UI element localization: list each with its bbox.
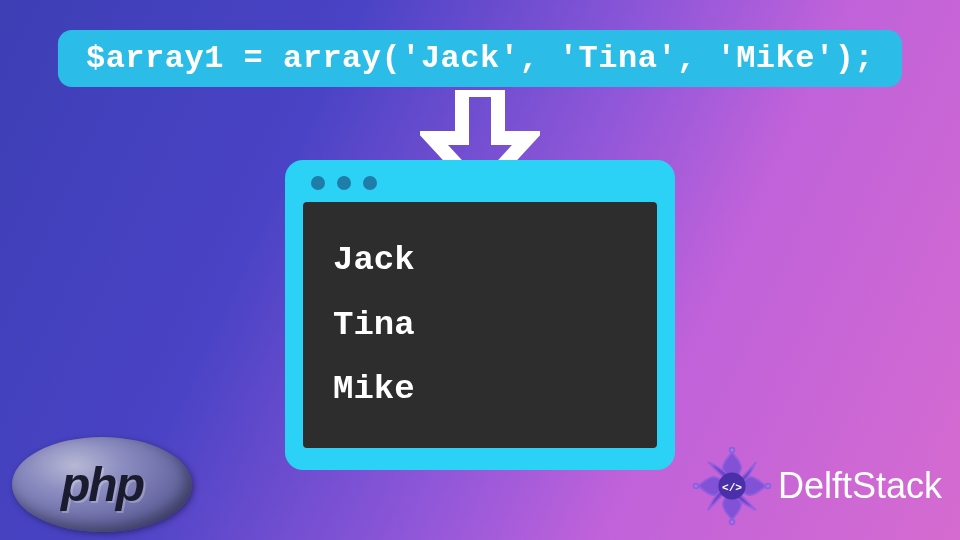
console-window: Jack Tina Mike [285,160,675,470]
svg-point-2 [766,484,771,489]
php-logo: php [12,437,192,532]
php-logo-text: php [61,457,143,512]
svg-point-1 [730,448,735,453]
window-dot-icon [311,176,325,190]
code-banner: $array1 = array('Jack', 'Tina', 'Mike'); [58,30,902,87]
output-line: Jack [333,228,627,293]
code-glyph-icon: </> [722,482,742,494]
mandala-icon: </> [692,446,772,526]
delftstack-label: DelftStack [778,465,942,507]
output-line: Tina [333,293,627,358]
window-dot-icon [363,176,377,190]
window-dot-icon [337,176,351,190]
output-line: Mike [333,357,627,422]
svg-point-4 [694,484,699,489]
delftstack-logo: </> DelftStack [692,446,942,526]
console-output: Jack Tina Mike [303,202,657,448]
php-ellipse-icon: php [12,437,192,532]
svg-point-3 [730,520,735,525]
console-titlebar [303,174,657,202]
